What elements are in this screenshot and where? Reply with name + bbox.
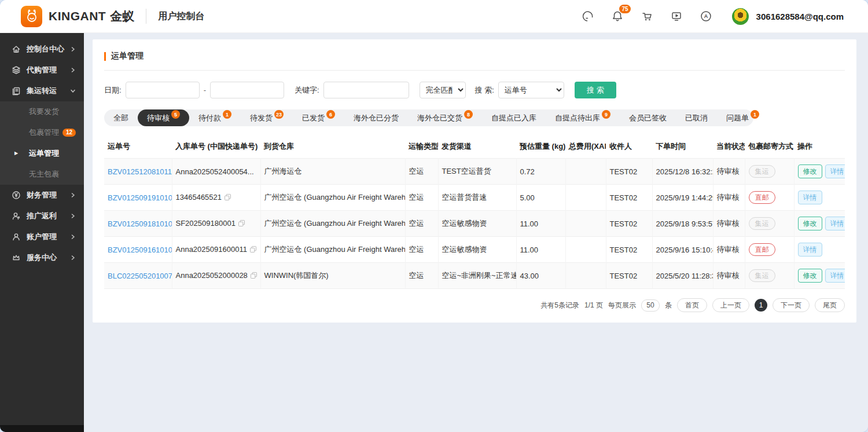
per-page-input[interactable]	[641, 299, 660, 312]
prev-page-button[interactable]: 上一页	[712, 298, 749, 312]
weight-cell: 43.00	[516, 263, 565, 289]
cart-icon[interactable]	[640, 9, 654, 23]
tab-9[interactable]: 自提点待出库9	[546, 109, 620, 126]
inbound-number: Anna2025052000028	[176, 271, 248, 280]
channel-cell: 空运敏感物资	[438, 237, 516, 263]
next-page-button[interactable]: 下一页	[773, 298, 810, 312]
tab-10[interactable]: 会员已签收	[620, 109, 676, 126]
total-fee-cell	[565, 237, 606, 263]
sidebar-subitem-package-management[interactable]: 包裹管理 12	[0, 122, 84, 143]
detail-button[interactable]: 详情	[798, 191, 822, 204]
date-separator: -	[204, 86, 206, 94]
sidebar-item-console-center[interactable]: 控制台中心	[0, 39, 84, 60]
sidebar-subitem-waybill-management[interactable]: ▶ 运单管理	[0, 143, 84, 164]
detail-button[interactable]: 详情	[825, 164, 845, 178]
tab-count-badge: 1	[751, 110, 759, 119]
first-page-button[interactable]: 首页	[677, 298, 707, 312]
page-title: 运单管理	[111, 51, 144, 61]
sidebar-nav: 控制台中心 代购管理 集运转运 我要发货	[0, 33, 84, 432]
tab-4[interactable]: 待发货23	[241, 109, 293, 126]
match-mode-select[interactable]: 完全匹配	[420, 82, 466, 98]
tab-12[interactable]: 问题单1	[717, 109, 768, 126]
tab-7[interactable]: 海外仓已交货8	[408, 109, 482, 126]
video-tutorial-icon[interactable]	[670, 9, 683, 23]
sidebar-subitem-want-to-ship[interactable]: 我要发货	[0, 101, 84, 122]
modify-button[interactable]: 修改	[798, 269, 822, 283]
tab-5[interactable]: 已发货6	[293, 109, 344, 126]
brand-logo[interactable]	[21, 6, 42, 27]
tab-label: 自提点待出库	[555, 113, 600, 123]
actions-cell: 修改详情	[794, 159, 845, 185]
top-header: KINGANT 金蚁 用户控制台 75	[0, 0, 868, 33]
date-from-input[interactable]	[126, 82, 200, 98]
table-body: BZV01251208101142Anna2025052400054...广州海…	[104, 159, 845, 289]
transport-type-cell: 空运	[405, 237, 438, 263]
waybill-link[interactable]: BZV01250916101093	[108, 246, 172, 254]
table-header-row: 运单号入库单号 (中国快递单号)到货仓库运输类型发货渠道预估重量 (kg)总费用…	[104, 137, 845, 159]
total-records-text: 共有5条记录	[540, 301, 579, 310]
detail-button[interactable]: 详情	[798, 243, 822, 257]
date-to-input[interactable]	[210, 82, 284, 98]
sidebar-item-account[interactable]: 账户管理	[0, 226, 84, 247]
tab-2[interactable]: 待审核5	[138, 109, 189, 126]
inbound-number: Anna2025091600011	[176, 245, 247, 254]
column-header: 当前状态	[713, 137, 745, 159]
chevron-right-icon	[70, 66, 76, 75]
waybill-number-cell: BZV01250918101096	[104, 211, 172, 237]
sidebar-item-service-center[interactable]: 服务中心	[0, 247, 84, 268]
mail-method-pill: 直邮	[749, 191, 775, 204]
mail-method-cell: 直邮	[745, 237, 794, 263]
notifications-bell-icon[interactable]: 75	[610, 9, 624, 23]
waybill-link[interactable]: BLC02250520100761	[108, 272, 172, 280]
sidebar-subitem-unclaimed-packages[interactable]: 无主包裹	[0, 164, 84, 185]
search-button[interactable]: 搜 索	[575, 82, 616, 98]
tab-6[interactable]: 海外仓已分货	[344, 109, 408, 126]
customer-service-icon[interactable]	[581, 9, 595, 23]
waybill-link[interactable]: BZV01251208101142	[108, 167, 172, 176]
sidebar-item-label: 财务管理	[27, 190, 57, 200]
tab-count-badge: 6	[326, 110, 335, 119]
column-header: 下单时间	[652, 137, 713, 159]
sidebar-item-label: 集运转运	[27, 86, 57, 96]
per-page-label: 每页展示	[608, 301, 636, 310]
tab-3[interactable]: 待付款1	[189, 109, 241, 126]
tab-count-badge: 9	[602, 110, 610, 119]
sidebar-item-purchasing[interactable]: 代购管理	[0, 60, 84, 80]
header-divider	[146, 9, 146, 24]
sidebar-item-label: 推广返利	[27, 211, 57, 221]
tab-11[interactable]: 已取消	[676, 109, 717, 126]
channel-cell: 空运~非洲刚果~正常速度	[438, 263, 516, 289]
last-page-button[interactable]: 尾页	[815, 298, 845, 312]
tab-1[interactable]: 全部	[104, 109, 138, 126]
consolidation-submenu: 我要发货 包裹管理 12 ▶ 运单管理 无主包裹	[0, 101, 84, 185]
inbound-number-cell: Anna2025052400054...	[172, 159, 260, 185]
current-page-button[interactable]: 1	[755, 299, 767, 312]
sidebar-item-consolidation[interactable]: 集运转运	[0, 80, 84, 101]
copy-icon[interactable]	[225, 193, 231, 202]
copy-icon[interactable]	[251, 272, 257, 280]
modify-button[interactable]: 修改	[798, 164, 822, 178]
detail-button[interactable]: 详情	[825, 217, 845, 230]
sidebar-item-finance[interactable]: 财务管理	[0, 185, 84, 206]
receiver-cell: TEST02	[606, 185, 652, 211]
sidebar-item-referral[interactable]: 推广返利	[0, 206, 84, 226]
copy-icon[interactable]	[238, 219, 245, 228]
detail-button[interactable]: 详情	[825, 269, 845, 283]
waybill-link[interactable]: BZV01250919101098	[108, 193, 172, 202]
copy-icon[interactable]	[250, 246, 256, 254]
waybill-table: 运单号入库单号 (中国快递单号)到货仓库运输类型发货渠道预估重量 (kg)总费用…	[104, 137, 845, 289]
inbound-number: SF202509180001	[176, 219, 236, 228]
keyword-input[interactable]	[323, 82, 409, 98]
waybill-number-cell: BZV01251208101142	[104, 159, 172, 185]
tab-8[interactable]: 自提点已入库	[482, 109, 546, 126]
date-label: 日期:	[104, 85, 122, 96]
user-account[interactable]: 3061628584@qq.com	[729, 8, 844, 25]
language-icon[interactable]: A	[699, 9, 713, 23]
search-type-label: 搜 索:	[475, 85, 494, 96]
waybill-link[interactable]: BZV01250918101096	[108, 219, 172, 228]
modify-button[interactable]: 修改	[798, 217, 822, 230]
inbound-number-cell: Anna2025091600011	[172, 237, 260, 263]
mail-method-cell: 集运	[745, 211, 794, 237]
sidebar-subitem-label: 包裹管理	[29, 127, 59, 138]
search-type-select[interactable]: 运单号	[498, 82, 564, 98]
